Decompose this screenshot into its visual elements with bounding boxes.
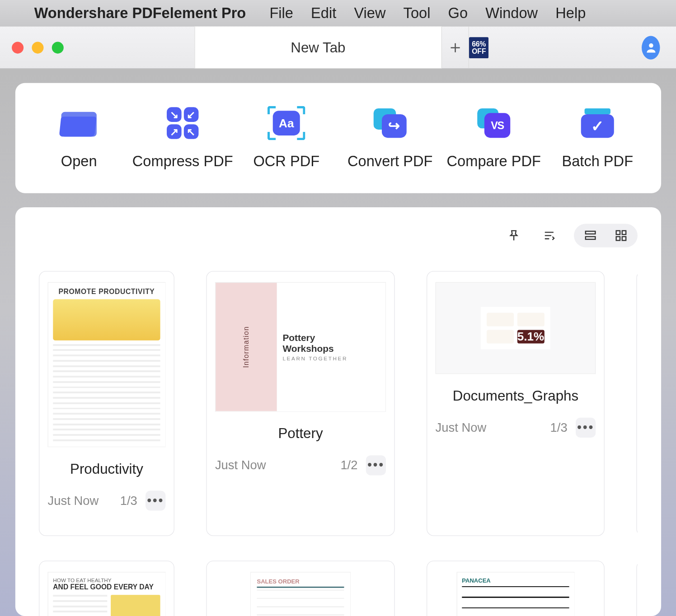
thumb-sub: LEARN TOGETHER <box>282 355 379 361</box>
document-meta: Just Now 1/3 ••• <box>436 418 596 438</box>
menu-tool[interactable]: Tool <box>404 5 431 22</box>
document-thumbnail: PANACEA <box>457 572 575 616</box>
menu-window[interactable]: Window <box>485 5 538 22</box>
document-more-button[interactable]: ••• <box>576 418 596 438</box>
document-title: Pottery <box>278 425 323 444</box>
action-compress-label: Compress PDF <box>132 153 233 170</box>
thumb-title1: Pottery <box>282 332 379 343</box>
view-list-button[interactable] <box>576 226 605 245</box>
list-view-icon <box>584 229 597 242</box>
document-pages: 1/3 <box>550 420 568 434</box>
document-meta: Just Now 1/3 ••• <box>48 490 166 510</box>
document-thumbnail: Information Pottery Workshops LEARN TOGE… <box>215 282 386 412</box>
document-pages: 1/2 <box>340 458 357 472</box>
tab-label: New Tab <box>291 39 345 56</box>
close-window-button[interactable] <box>12 42 23 53</box>
sort-icon <box>543 229 556 242</box>
document-more-button[interactable]: ••• <box>146 490 165 510</box>
grid-view-icon <box>615 229 628 242</box>
tab-new-tab[interactable]: New Tab <box>194 27 442 69</box>
thumb-heading: PROMOTE PRODUCTIVITY <box>59 287 155 295</box>
action-compress[interactable]: ↘↙↗↖ Compress PDF <box>131 107 235 170</box>
document-meta: Just Now 1/2 ••• <box>215 455 386 475</box>
convert-icon: ↪ <box>372 107 408 140</box>
action-convert-label: Convert PDF <box>347 153 432 170</box>
svg-rect-6 <box>586 237 596 239</box>
svg-rect-5 <box>586 231 596 234</box>
recent-toolbar <box>39 224 638 247</box>
window-tabbar: New Tab ＋ 66% OFF <box>0 27 676 69</box>
add-tab-button[interactable]: ＋ <box>442 27 469 69</box>
action-ocr[interactable]: Aa OCR PDF <box>235 107 338 170</box>
documents-grid: PROMOTE PRODUCTIVITY Productivity Just N… <box>39 271 638 616</box>
document-card[interactable]: HOW TO EAT HEALTHY AND FEEL GOOD EVERY D… <box>39 560 174 616</box>
document-thumbnail: SALES ORDER <box>250 572 351 616</box>
sort-button[interactable] <box>539 225 560 246</box>
document-title: Documents_Graphs <box>453 387 578 407</box>
document-thumbnail: 5.1% <box>436 282 596 374</box>
menu-go[interactable]: Go <box>448 5 468 22</box>
quick-actions-panel: Open ↘↙↗↖ Compress PDF Aa OCR PDF ↪ Conv… <box>15 83 661 193</box>
recent-documents-panel: PROMOTE PRODUCTIVITY Productivity Just N… <box>15 207 661 616</box>
batch-icon: ✓ <box>580 107 615 140</box>
document-time: Just Now <box>48 494 99 508</box>
document-card[interactable]: PROMOTE PRODUCTIVITY Productivity Just N… <box>39 271 174 536</box>
document-pages: 1/3 <box>120 494 137 508</box>
thumb-sub1: HOW TO EAT HEALTHY <box>53 577 160 583</box>
svg-rect-8 <box>622 231 626 234</box>
svg-rect-10 <box>622 237 626 240</box>
document-title: Productivity <box>70 460 143 480</box>
pin-icon <box>507 229 521 242</box>
document-time: Just Now <box>215 458 266 472</box>
fullscreen-window-button[interactable] <box>52 42 64 53</box>
window-controls <box>0 42 194 53</box>
action-convert[interactable]: ↪ Convert PDF <box>338 107 442 170</box>
document-card[interactable]: 5.1% Documents_Graphs Just Now 1/3 ••• <box>427 271 605 536</box>
action-batch[interactable]: ✓ Batch PDF <box>546 107 650 170</box>
document-thumbnail: HOW TO EAT HEALTHY AND FEEL GOOD EVERY D… <box>48 572 166 616</box>
action-ocr-label: OCR PDF <box>253 153 319 170</box>
promo-badge[interactable]: 66% OFF <box>469 37 488 58</box>
minimize-window-button[interactable] <box>32 42 43 53</box>
folder-open-icon <box>61 107 97 140</box>
document-thumbnail: PROMOTE PRODUCTIVITY <box>48 282 166 447</box>
compress-icon: ↘↙↗↖ <box>165 107 200 140</box>
view-toggle <box>574 224 638 247</box>
promo-line1: 66% <box>472 40 486 47</box>
document-card[interactable]: PROMOTE PRODUCTIVITY productivity Modern… <box>636 271 638 536</box>
action-open[interactable]: Open <box>27 107 131 170</box>
promo-line2: OFF <box>472 47 486 55</box>
pin-button[interactable] <box>503 225 525 246</box>
document-more-button[interactable]: ••• <box>366 455 386 475</box>
user-icon <box>644 41 657 54</box>
document-card[interactable]: PANACEA Sample Form <box>427 560 605 616</box>
svg-rect-9 <box>616 237 620 240</box>
svg-rect-7 <box>616 231 620 234</box>
view-grid-button[interactable] <box>607 226 635 245</box>
document-card[interactable]: SALES ORDER sales-order-template-1 <box>206 560 394 616</box>
app-name: Wondershare PDFelement Pro <box>34 5 246 22</box>
thumb-heading: PANACEA <box>462 577 569 583</box>
svg-point-0 <box>648 43 653 47</box>
document-card[interactable]: irs-form-w4 <box>636 560 638 616</box>
compare-icon: VS <box>476 107 512 140</box>
menu-help[interactable]: Help <box>555 5 586 22</box>
thumb-heading: SALES ORDER <box>257 579 344 585</box>
macos-menubar: Wondershare PDFelement Pro File Edit Vie… <box>0 0 676 27</box>
thumb-title2: Workshops <box>282 343 379 354</box>
thumb-side-text: Information <box>242 326 250 368</box>
menu-file[interactable]: File <box>269 5 293 22</box>
document-card[interactable]: Information Pottery Workshops LEARN TOGE… <box>206 271 394 536</box>
ocr-icon: Aa <box>269 107 304 140</box>
menu-edit[interactable]: Edit <box>311 5 336 22</box>
action-compare-label: Compare PDF <box>447 153 541 170</box>
user-avatar-button[interactable] <box>642 36 660 59</box>
document-time: Just Now <box>436 420 487 434</box>
thumb-badge: 5.1% <box>517 330 544 343</box>
action-open-label: Open <box>61 153 97 170</box>
action-compare[interactable]: VS Compare PDF <box>442 107 546 170</box>
menu-view[interactable]: View <box>354 5 385 22</box>
action-batch-label: Batch PDF <box>562 153 633 170</box>
thumb-sub2: AND FEEL GOOD EVERY DAY <box>53 583 160 591</box>
